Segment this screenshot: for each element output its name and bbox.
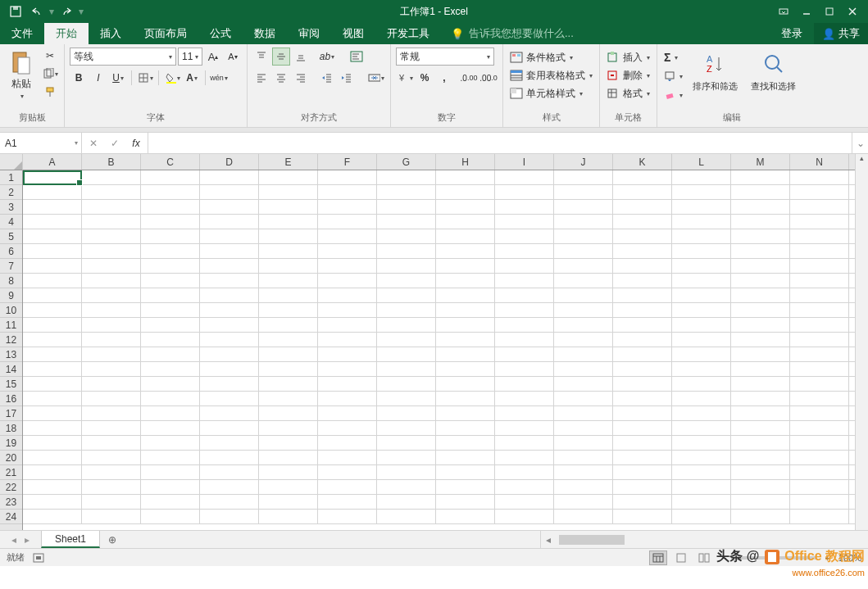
cell[interactable] — [613, 215, 672, 229]
cell[interactable] — [377, 480, 436, 494]
column-header[interactable]: H — [436, 154, 495, 170]
cell[interactable] — [141, 347, 200, 361]
cell[interactable] — [731, 170, 790, 184]
cell[interactable] — [613, 362, 672, 376]
cell[interactable] — [318, 377, 377, 391]
cell[interactable] — [141, 259, 200, 273]
column-header[interactable]: J — [554, 154, 613, 170]
cell[interactable] — [436, 229, 495, 243]
cell[interactable] — [141, 451, 200, 464]
format-cells-button[interactable]: 格式▾ — [605, 85, 652, 102]
column-header[interactable]: B — [82, 154, 141, 170]
cell[interactable] — [495, 480, 554, 494]
grid-row[interactable] — [23, 333, 855, 347]
cell[interactable] — [613, 451, 672, 464]
cell[interactable] — [200, 406, 259, 420]
tell-me-search[interactable]: 💡 告诉我您想要做什么... — [441, 23, 574, 44]
grid-row[interactable] — [23, 451, 855, 465]
cell[interactable] — [200, 244, 259, 258]
cell[interactable] — [672, 392, 731, 406]
column-header[interactable]: G — [377, 154, 436, 170]
cell[interactable] — [141, 215, 200, 229]
cell[interactable] — [495, 303, 554, 317]
cell[interactable] — [82, 259, 141, 273]
cell[interactable] — [436, 200, 495, 214]
align-middle-button[interactable] — [272, 48, 290, 66]
cell[interactable] — [672, 244, 731, 258]
cell[interactable] — [495, 333, 554, 347]
row-header[interactable]: 21 — [0, 465, 22, 480]
tab-review[interactable]: 审阅 — [287, 23, 331, 44]
cell[interactable] — [495, 229, 554, 243]
cell[interactable] — [554, 200, 613, 214]
cell[interactable] — [731, 392, 790, 406]
cell[interactable] — [377, 436, 436, 450]
cell[interactable] — [613, 170, 672, 184]
cell[interactable] — [672, 200, 731, 214]
cell[interactable] — [141, 377, 200, 391]
cell[interactable] — [259, 333, 318, 347]
cell[interactable] — [790, 229, 849, 243]
cell[interactable] — [318, 421, 377, 435]
cell[interactable] — [318, 392, 377, 406]
column-header[interactable]: L — [672, 154, 731, 170]
cell[interactable] — [377, 333, 436, 347]
cell[interactable] — [672, 229, 731, 243]
cell[interactable] — [554, 244, 613, 258]
cell[interactable] — [377, 259, 436, 273]
cell[interactable] — [790, 200, 849, 214]
grid-row[interactable] — [23, 495, 855, 510]
cell[interactable] — [613, 406, 672, 420]
row-header[interactable]: 20 — [0, 451, 22, 465]
cell[interactable] — [613, 333, 672, 347]
cell[interactable] — [436, 495, 495, 509]
cell-styles-button[interactable]: 单元格样式▾ — [508, 85, 584, 102]
cell[interactable] — [23, 244, 82, 258]
maximize-icon[interactable] — [824, 6, 835, 17]
bold-button[interactable]: B — [70, 69, 88, 87]
cell[interactable] — [259, 259, 318, 273]
cell[interactable] — [318, 333, 377, 347]
cancel-formula-button[interactable]: ✕ — [85, 138, 102, 149]
cell[interactable] — [141, 480, 200, 494]
cell[interactable] — [259, 200, 318, 214]
cell[interactable] — [23, 495, 82, 509]
cell[interactable] — [259, 347, 318, 361]
cell[interactable] — [790, 495, 849, 509]
row-header[interactable]: 1 — [0, 170, 22, 185]
cell[interactable] — [790, 288, 849, 302]
cell[interactable] — [23, 274, 82, 288]
tab-layout[interactable]: 页面布局 — [133, 23, 198, 44]
tab-view[interactable]: 视图 — [331, 23, 375, 44]
cell[interactable] — [731, 451, 790, 464]
find-select-button[interactable]: 查找和选择 — [746, 48, 801, 94]
cell[interactable] — [259, 377, 318, 391]
cell[interactable] — [613, 392, 672, 406]
cell[interactable] — [23, 392, 82, 406]
cell[interactable] — [495, 510, 554, 523]
cell[interactable] — [731, 229, 790, 243]
row-header[interactable]: 18 — [0, 421, 22, 436]
cell[interactable] — [259, 170, 318, 184]
cell[interactable] — [436, 259, 495, 273]
cell[interactable] — [141, 244, 200, 258]
cell[interactable] — [23, 362, 82, 376]
cell[interactable] — [495, 495, 554, 509]
cell[interactable] — [318, 274, 377, 288]
column-header[interactable]: C — [141, 154, 200, 170]
row-header[interactable]: 19 — [0, 436, 22, 451]
cell[interactable] — [613, 288, 672, 302]
cell[interactable] — [259, 303, 318, 317]
cell[interactable] — [318, 436, 377, 450]
cell[interactable] — [495, 185, 554, 199]
cell[interactable] — [141, 406, 200, 420]
cell[interactable] — [23, 480, 82, 494]
align-bottom-button[interactable] — [292, 48, 310, 66]
page-layout-view-button[interactable] — [672, 550, 690, 565]
save-icon[interactable] — [7, 2, 25, 20]
cell[interactable] — [731, 274, 790, 288]
cell[interactable] — [318, 259, 377, 273]
cell[interactable] — [23, 406, 82, 420]
cell[interactable] — [377, 229, 436, 243]
cell[interactable] — [23, 377, 82, 391]
